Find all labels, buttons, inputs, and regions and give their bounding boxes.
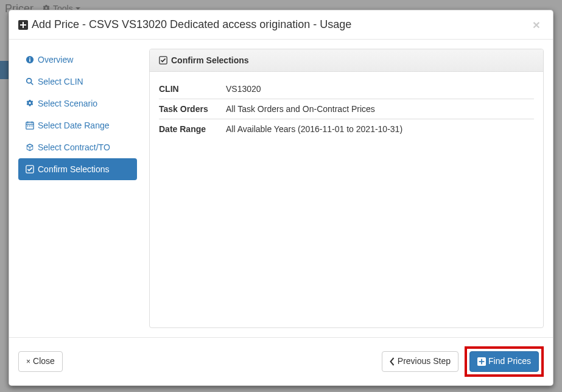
svg-rect-12	[27, 125, 29, 127]
sidebar-item-select-clin: Select CLIN	[18, 71, 137, 93]
cube-icon	[26, 143, 34, 152]
summary-value: All Task Orders and On-Contract Prices	[226, 99, 534, 119]
sidebar-item-label: Select Scenario	[38, 99, 97, 108]
svg-rect-13	[29, 125, 30, 127]
table-row: Date Range All Available Years (2016-11-…	[159, 119, 534, 139]
find-prices-highlight: Find Prices	[465, 346, 544, 377]
sidebar-item-select-scenario: Select Scenario	[18, 93, 137, 114]
wizard-sidebar: Overview Select CLIN Select Scenario	[18, 49, 137, 328]
summary-label: Task Orders	[159, 99, 226, 119]
previous-step-button[interactable]: Previous Step	[382, 351, 458, 372]
sidebar-item-select-date-range: Select Date Range	[18, 114, 137, 136]
info-icon	[26, 55, 34, 64]
summary-label: CLIN	[159, 79, 226, 99]
sidebar-item-label: Confirm Selections	[38, 164, 110, 174]
sidebar-item-label: Select Date Range	[38, 121, 110, 130]
sidebar-item-select-contract-to: Select Contract/TO	[18, 136, 137, 158]
sidebar-item-label: Select CLIN	[38, 77, 83, 86]
add-price-modal: Add Price - CSVS VS13020 Dedicated acces…	[9, 10, 553, 386]
svg-rect-19	[479, 361, 485, 362]
sidebar-item-overview: Overview	[18, 49, 137, 71]
table-row: CLIN VS13020	[159, 79, 534, 99]
plus-square-icon	[18, 20, 28, 30]
svg-rect-14	[32, 125, 33, 127]
table-row: Task Orders All Task Orders and On-Contr…	[159, 99, 534, 119]
summary-value: VS13020	[226, 79, 534, 99]
svg-rect-2	[20, 24, 26, 26]
modal-footer: × Close Previous Step Find Prices	[9, 337, 553, 385]
sidebar-item-confirm-selections: Confirm Selections	[18, 158, 137, 180]
summary-value: All Available Years (2016-11-01 to 2021-…	[226, 119, 534, 139]
summary-table: CLIN VS13020 Task Orders All Task Orders…	[159, 79, 534, 139]
close-button[interactable]: × Close	[18, 351, 63, 372]
modal-title: Add Price - CSVS VS13020 Dedicated acces…	[18, 18, 351, 31]
sidebar-item-label: Select Contract/TO	[38, 142, 110, 152]
confirm-panel: Confirm Selections CLIN VS13020 Task Ord…	[149, 49, 544, 328]
modal-close-button[interactable]: ×	[529, 18, 544, 32]
find-prices-button[interactable]: Find Prices	[469, 351, 539, 372]
svg-point-6	[27, 79, 32, 83]
modal-header: Add Price - CSVS VS13020 Dedicated acces…	[9, 10, 553, 40]
modal-body: Overview Select CLIN Select Scenario	[9, 40, 553, 337]
sidebar-item-label: Overview	[38, 55, 73, 65]
panel-body: CLIN VS13020 Task Orders All Task Orders…	[150, 72, 543, 327]
plus-square-icon	[477, 357, 486, 366]
search-icon	[26, 77, 34, 86]
check-square-icon	[26, 165, 34, 173]
svg-rect-4	[29, 59, 30, 61]
svg-rect-5	[29, 58, 30, 59]
cogs-icon	[26, 99, 34, 108]
calendar-icon	[26, 121, 34, 130]
check-square-icon	[159, 56, 167, 65]
chevron-left-icon	[390, 357, 395, 366]
panel-heading: Confirm Selections	[150, 49, 543, 72]
svg-line-7	[31, 83, 33, 85]
close-icon: ×	[26, 357, 30, 367]
summary-label: Date Range	[159, 119, 226, 139]
